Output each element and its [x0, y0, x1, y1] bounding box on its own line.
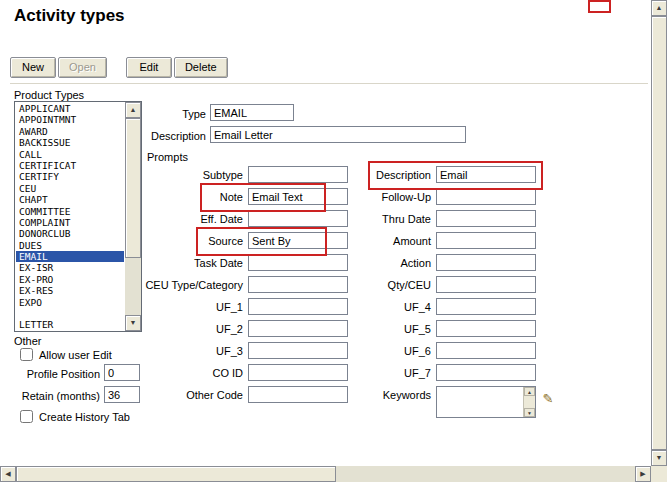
prompts-left-column: Subtype Note Eff. Date Source Task Date … [120, 166, 348, 408]
note-label: Note [120, 191, 248, 203]
list-item[interactable]: LETTER [16, 319, 124, 330]
create-history-tab-label: Create History Tab [39, 411, 130, 423]
uf-7-input[interactable] [436, 364, 536, 381]
keywords-scrollbar[interactable]: ▲ ▼ [523, 387, 535, 417]
keywords-input[interactable]: ▲ ▼ [436, 386, 536, 418]
list-item[interactable]: EXPO [16, 297, 124, 308]
list-item[interactable]: APPOINTMNT [16, 114, 124, 125]
follow-up-input[interactable] [436, 188, 536, 205]
scroll-up-icon[interactable]: ▲ [524, 387, 535, 396]
list-item[interactable]: EX-PRO [16, 274, 124, 285]
source-label: Source [120, 235, 248, 247]
profile-position-label: Profile Position [8, 368, 100, 380]
prompt-description-label: Description [330, 169, 436, 181]
list-item[interactable]: CERTIFICAT [16, 160, 124, 171]
ceu-type-category-label: CEU Type/Category [120, 279, 248, 291]
page-title: Activity types [14, 6, 125, 26]
annotation-box-top [588, 0, 611, 13]
qty-ceu-label: Qty/CEU [330, 279, 436, 291]
product-types-label: Product Types [14, 89, 84, 101]
scroll-down-icon[interactable]: ▼ [651, 450, 667, 466]
product-types-list: APPLICANT APPOINTMNT AWARD BACKISSUE CAL… [16, 103, 124, 330]
list-item[interactable]: CALL [16, 149, 124, 160]
edit-button[interactable]: Edit [126, 57, 172, 78]
prompts-right-column: Description Follow-Up Thru Date Amount A… [330, 166, 570, 423]
description-input[interactable] [210, 126, 466, 143]
subtype-label: Subtype [120, 169, 248, 181]
prompt-description-input[interactable] [436, 166, 536, 183]
co-id-label: CO ID [120, 367, 248, 379]
allow-user-edit-checkbox[interactable] [20, 348, 33, 361]
window-vertical-scrollbar[interactable]: ▲ ▼ [651, 0, 667, 466]
uf-2-label: UF_2 [120, 323, 248, 335]
uf-5-label: UF_5 [330, 323, 436, 335]
scroll-up-icon[interactable]: ▲ [125, 102, 141, 118]
list-item[interactable]: DONORCLUB [16, 228, 124, 239]
keywords-lookup-icon[interactable]: ✎ [539, 390, 557, 408]
window-horizontal-scrollbar[interactable]: ◀ ▶ [0, 466, 651, 482]
uf-1-label: UF_1 [120, 301, 248, 313]
thru-date-input[interactable] [436, 210, 536, 227]
vertical-scrollbar-thumb[interactable] [651, 16, 667, 450]
new-button[interactable]: New [10, 57, 56, 78]
qty-ceu-input[interactable] [436, 276, 536, 293]
thru-date-label: Thru Date [330, 213, 436, 225]
keywords-label: Keywords [330, 386, 436, 401]
list-item[interactable]: EX-RES [16, 285, 124, 296]
list-item-selected[interactable]: EMAIL [16, 251, 124, 262]
scrollbar-corner [651, 466, 667, 482]
toolbar: New Open Edit Delete [10, 57, 648, 84]
list-item[interactable]: EX-ISR [16, 262, 124, 273]
allow-user-edit-label: Allow user Edit [39, 349, 112, 361]
list-item[interactable]: CEU [16, 183, 124, 194]
scroll-down-icon[interactable]: ▼ [524, 408, 535, 417]
list-item[interactable]: APPLICANT [16, 103, 124, 114]
scroll-up-icon[interactable]: ▲ [651, 0, 667, 16]
eff-date-label: Eff. Date [120, 213, 248, 225]
amount-input[interactable] [436, 232, 536, 249]
list-item[interactable]: DUES [16, 240, 124, 251]
list-item[interactable]: COMPLAINT [16, 217, 124, 228]
uf-5-input[interactable] [436, 320, 536, 337]
uf-4-label: UF_4 [330, 301, 436, 313]
list-item[interactable]: CERTIFY [16, 171, 124, 182]
activity-types-window: Activity types New Open Edit Delete Prod… [0, 0, 667, 482]
type-input[interactable] [210, 104, 294, 121]
description-label: Description [147, 130, 206, 142]
task-date-label: Task Date [120, 257, 248, 269]
list-item[interactable]: BACKISSUE [16, 137, 124, 148]
uf-4-input[interactable] [436, 298, 536, 315]
amount-label: Amount [330, 235, 436, 247]
list-item[interactable]: CHAPT [16, 194, 124, 205]
open-button[interactable]: Open [58, 57, 107, 78]
action-input[interactable] [436, 254, 536, 271]
prompts-section-label: Prompts [147, 151, 188, 163]
list-item[interactable] [16, 308, 124, 319]
delete-button[interactable]: Delete [174, 57, 228, 78]
other-section-label: Other [14, 335, 42, 347]
uf-6-input[interactable] [436, 342, 536, 359]
scroll-left-icon[interactable]: ◀ [0, 466, 16, 482]
list-item[interactable]: AWARD [16, 126, 124, 137]
horizontal-scrollbar-thumb[interactable] [16, 466, 336, 482]
other-code-label: Other Code [120, 389, 248, 401]
uf-7-label: UF_7 [330, 367, 436, 379]
uf-6-label: UF_6 [330, 345, 436, 357]
type-label: Type [147, 108, 206, 120]
retain-months-label: Retain (months) [8, 390, 100, 402]
create-history-tab-checkbox[interactable] [20, 410, 33, 423]
list-item[interactable]: COMMITTEE [16, 206, 124, 217]
uf-3-label: UF_3 [120, 345, 248, 357]
follow-up-label: Follow-Up [330, 191, 436, 203]
scroll-right-icon[interactable]: ▶ [635, 466, 651, 482]
action-label: Action [330, 257, 436, 269]
